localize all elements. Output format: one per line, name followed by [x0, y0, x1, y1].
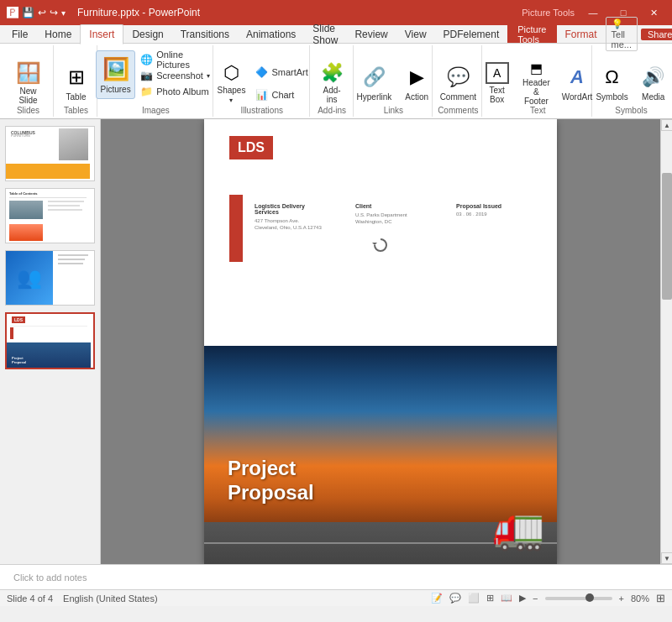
- tables-buttons: ⊞ Table: [58, 47, 95, 115]
- canvas-area[interactable]: LDS Logistics Delivery Services 427 Thom…: [101, 119, 660, 564]
- illustrations-group-label: Illustrations: [215, 106, 309, 115]
- smartart-icon: 🔷: [255, 66, 268, 78]
- slide-panel[interactable]: 1 COLUMBUS FURNITURE 2 Table of Contents: [0, 119, 101, 564]
- comments-buttons: 💬 Comment: [435, 47, 481, 115]
- screenshot-button[interactable]: 📷 Screenshot ▾: [137, 68, 216, 83]
- status-left: Slide 4 of 4 English (United States): [7, 593, 158, 604]
- ribbon-group-addins: 🧩 Add- ins Add-ins: [312, 45, 354, 117]
- quick-access-undo[interactable]: ↩: [38, 7, 46, 18]
- context-tab-area: Picture Tools Format: [507, 25, 605, 43]
- tab-view[interactable]: View: [396, 25, 435, 44]
- t3-line2: [58, 259, 85, 260]
- client-value: U.S. Parks DepartmentWashington, DC: [355, 212, 431, 226]
- share-button[interactable]: Share: [641, 29, 672, 40]
- t4-dark-section: ProjectProposal: [7, 342, 91, 368]
- slide-2-container: 2 Table of Contents: [5, 188, 95, 243]
- header-footer-icon: ⬒: [522, 60, 549, 76]
- scroll-track[interactable]: [661, 131, 672, 552]
- quick-access-customize[interactable]: ▾: [61, 8, 66, 18]
- close-button[interactable]: ✕: [642, 5, 665, 20]
- zoom-slider[interactable]: [545, 597, 612, 600]
- t4-proposal-text: ProjectProposal: [12, 356, 26, 364]
- scroll-up-button[interactable]: ▲: [661, 119, 672, 131]
- view-reading-icon[interactable]: 📖: [501, 593, 512, 604]
- symbols-buttons: Ω Symbols 🔊 Media: [591, 47, 671, 115]
- tab-animations[interactable]: Animations: [238, 25, 304, 44]
- tab-pdfelement[interactable]: PDFelement: [435, 25, 508, 44]
- new-slide-icon: 🪟: [15, 61, 42, 85]
- t2-line3: [48, 209, 82, 211]
- proposal-text-area: Project Proposal: [228, 457, 314, 505]
- slide-1-thumb[interactable]: COLUMBUS FURNITURE: [5, 126, 95, 181]
- notes-icon[interactable]: 📝: [431, 593, 443, 604]
- zoom-thumb[interactable]: [585, 593, 594, 602]
- online-pictures-button[interactable]: 🌐 Online Pictures: [137, 52, 216, 67]
- t4-redbar: [10, 327, 13, 339]
- media-button[interactable]: 🔊 Media: [635, 59, 672, 107]
- title-bar-right: Picture Tools — □ ✕: [522, 5, 665, 20]
- screenshot-dropdown[interactable]: ▾: [207, 72, 210, 80]
- chart-icon: 📊: [255, 89, 268, 101]
- header-footer-button[interactable]: ⬒ Header& Footer: [517, 59, 557, 107]
- textbox-icon: A: [486, 62, 509, 84]
- shapes-button[interactable]: ⬡ Shapes ▾: [213, 59, 251, 107]
- notes-area[interactable]: Click to add notes: [0, 564, 672, 589]
- t4-logo: LDS: [12, 316, 25, 323]
- scroll-down-button[interactable]: ▼: [661, 552, 672, 564]
- smartart-button[interactable]: 🔷 SmartArt: [252, 65, 311, 80]
- slide-2-thumb[interactable]: Table of Contents: [5, 188, 95, 243]
- tab-transitions[interactable]: Transitions: [172, 25, 238, 44]
- symbols-icon: Ω: [599, 64, 626, 91]
- zoom-in-button[interactable]: +: [619, 593, 624, 604]
- ribbon-right-controls: 💡 Tell me... Share: [606, 25, 672, 43]
- comments-status-icon[interactable]: 💬: [449, 593, 461, 604]
- slide-3-thumb[interactable]: 👥: [5, 250, 95, 306]
- slides-group-label: Slides: [3, 106, 53, 115]
- scroll-thumb[interactable]: [662, 173, 672, 300]
- info-section: Logistics Delivery Services 427 Thompson…: [255, 203, 532, 232]
- addins-group-label: Add-ins: [312, 106, 353, 115]
- fit-slide-button[interactable]: ⊞: [656, 592, 665, 604]
- canvas-rotate-zone[interactable]: [372, 237, 389, 254]
- lds-logo-area: LDS: [229, 136, 273, 159]
- view-slide-sorter-icon[interactable]: ⊞: [486, 593, 494, 604]
- ribbon-group-links: 🔗 Hyperlink ▶ Action Links: [355, 45, 433, 117]
- table-button[interactable]: ⊞ Table: [58, 59, 95, 107]
- tab-format[interactable]: Format: [557, 25, 606, 43]
- action-button[interactable]: ▶ Action: [398, 59, 435, 107]
- minimize-button[interactable]: —: [581, 5, 605, 20]
- comments-group-label: Comments: [434, 106, 481, 115]
- tab-file[interactable]: File: [3, 25, 36, 44]
- chart-button[interactable]: 📊 Chart: [252, 87, 311, 102]
- tab-design[interactable]: Design: [123, 25, 171, 44]
- slide-4-thumb[interactable]: LDS ProjectProposal: [5, 312, 95, 369]
- view-slideshow-icon[interactable]: ▶: [519, 593, 526, 604]
- addins-button[interactable]: 🧩 Add- ins: [313, 59, 350, 107]
- pictures-button[interactable]: 🖼️ Pictures: [96, 50, 135, 99]
- table-label: Table: [66, 92, 87, 102]
- symbols-group-label: Symbols: [594, 106, 669, 115]
- photo-album-button[interactable]: 📁 Photo Album: [137, 84, 216, 99]
- t3-line1: [58, 254, 88, 256]
- context-tool-label: Picture Tools: [522, 8, 575, 18]
- zoom-out-button[interactable]: −: [533, 593, 538, 604]
- t3-line3: [58, 263, 83, 264]
- comment-button[interactable]: 💬 Comment: [435, 59, 481, 107]
- hyperlink-button[interactable]: 🔗 Hyperlink: [352, 59, 397, 107]
- tab-insert[interactable]: Insert: [80, 24, 123, 44]
- quick-access-save[interactable]: 💾: [22, 7, 34, 18]
- proposal-date: 03 . 06 . 2019: [456, 212, 532, 217]
- tab-home[interactable]: Home: [36, 25, 80, 44]
- vertical-scrollbar[interactable]: ▲ ▼: [660, 119, 672, 564]
- images-col: 🌐 Online Pictures 📷 Screenshot ▾ 📁 Photo…: [137, 50, 216, 99]
- company-label: Logistics Delivery Services: [255, 203, 330, 215]
- pictures-label: Pictures: [101, 85, 131, 94]
- ribbon-group-images: 🖼️ Pictures 🌐 Online Pictures 📷 Screensh…: [99, 45, 213, 117]
- view-normal-icon[interactable]: ⬜: [468, 593, 480, 604]
- ribbon-group-text: A TextBox ⬒ Header& Footer A WordArt Tex…: [484, 45, 592, 117]
- quick-access-redo[interactable]: ↪: [50, 7, 58, 18]
- textbox-button[interactable]: A TextBox: [480, 59, 515, 107]
- tab-review[interactable]: Review: [346, 25, 396, 44]
- new-slide-button[interactable]: 🪟 NewSlide: [10, 59, 47, 107]
- symbols-button[interactable]: Ω Symbols: [591, 59, 633, 107]
